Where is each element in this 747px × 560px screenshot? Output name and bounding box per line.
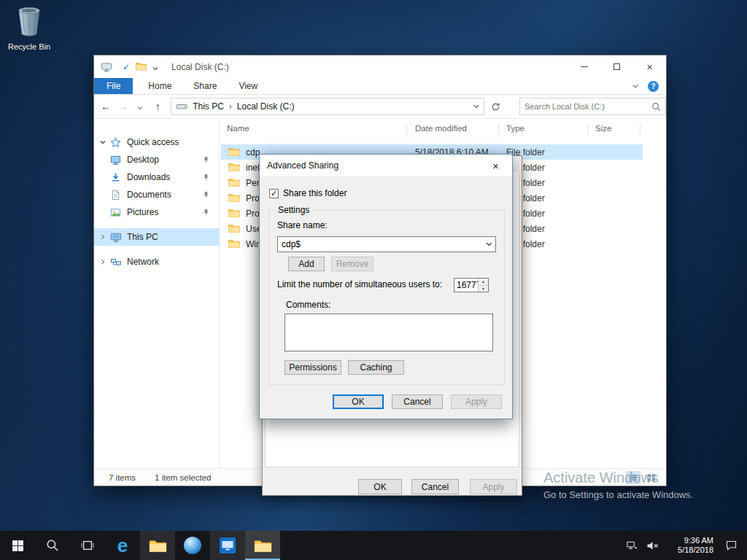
tab-home[interactable]: Home [137,78,182,94]
folder-icon [228,209,240,218]
taskbar-clock[interactable]: 9:36 AM 5/18/2018 [667,536,713,555]
breadcrumb-root[interactable]: This PC [187,101,229,112]
properties-cancel-button[interactable]: Cancel [411,479,459,494]
qat-properties-icon[interactable]: ✓ [123,62,130,72]
remove-button: Remove [331,257,374,271]
folder-icon [228,193,240,203]
dialog-titlebar[interactable]: Advanced Sharing × [260,155,512,176]
combo-dropdown-chevron-icon[interactable] [482,242,495,246]
ribbon-tab-strip: File Home Share View ? [94,78,666,95]
sidebar-item-network[interactable]: Network [94,253,220,271]
column-header-name[interactable]: Name [227,124,249,133]
breadcrumb-current[interactable]: Local Disk (C:) [232,101,300,112]
share-this-folder-checkbox-row[interactable]: ✓ Share this folder [269,188,347,198]
tab-share[interactable]: Share [182,78,228,94]
share-name-value: cdp$ [282,239,301,249]
folder-icon [228,224,240,233]
sharing-ok-button[interactable]: OK [333,394,384,409]
sidebar-item-desktop[interactable]: Desktop [94,151,220,168]
browser-app-icon[interactable] [175,531,210,560]
sidebar-item-downloads[interactable]: Downloads [94,168,220,186]
sidebar-item-pictures[interactable]: Pictures [94,203,220,221]
sidebar-item-this-pc[interactable]: This PC [94,228,220,246]
selection-count: 1 item selected [155,473,211,482]
properties-ok-button[interactable]: OK [358,479,402,494]
comments-label: Comments: [286,300,330,310]
dialog-close-icon[interactable]: × [479,155,512,176]
ribbon-collapse-chevron-icon[interactable] [632,81,639,91]
tab-file[interactable]: File [94,78,133,94]
quick-access-star-icon [110,137,123,148]
file-explorer-taskbar-icon[interactable] [140,531,175,560]
spinner-down-icon[interactable]: ▼ [479,285,488,292]
this-pc-icon [110,232,123,243]
up-button[interactable]: ↑ [149,101,166,112]
minimize-button[interactable] [568,55,600,78]
checkbox-checked[interactable]: ✓ [269,189,279,198]
network-tray-icon[interactable] [622,540,642,551]
recycle-bin[interactable]: Recycle Bin [6,4,53,51]
history-chevron-icon[interactable] [132,101,150,112]
comments-textarea[interactable] [285,314,493,351]
explorer-titlebar[interactable]: ✓ Local Disk (C:) × [94,55,666,78]
close-button[interactable]: × [633,55,666,78]
expander-closed-icon[interactable] [100,259,107,265]
permissions-button[interactable]: Permissions [285,360,341,375]
settings-groupbox: Settings Share name: cdp$ Add Remove Lim… [268,210,505,385]
search-box [519,98,666,115]
refresh-button[interactable] [486,98,505,115]
address-breadcrumb-box[interactable]: This PC › Local Disk (C:) [171,98,484,115]
column-header-date-modified[interactable]: Date modified [415,124,467,133]
qat-new-folder-icon[interactable] [136,61,147,74]
limit-users-value[interactable]: 16777 [454,279,478,292]
folder-icon [228,239,240,249]
taskbar-search-button[interactable] [35,531,70,560]
tab-view[interactable]: View [228,78,268,94]
limit-users-spinner[interactable]: 16777 ▲ ▼ [454,278,489,292]
qat-customize-chevron-icon[interactable] [152,61,158,74]
column-header-type[interactable]: Type [506,124,525,133]
address-dropdown-chevron-icon[interactable] [469,104,484,109]
clock-date: 5/18/2018 [667,545,713,555]
add-button[interactable]: Add [288,257,325,271]
volume-muted-tray-icon[interactable] [642,540,662,551]
sidebar-item-documents[interactable]: Documents [94,186,220,203]
network-icon [110,257,123,268]
column-header-size[interactable]: Size [595,124,611,133]
pin-icon [203,191,209,198]
taskbar: e 9:36 AM 5/18/2018 [0,531,747,560]
action-center-icon[interactable] [721,540,741,551]
file-explorer-window-taskbar-icon[interactable] [245,531,280,560]
sidebar-label-quick-access: Quick access [127,137,179,147]
back-button[interactable]: ← [97,101,115,112]
maximize-button[interactable] [600,55,633,78]
downloads-icon [110,172,123,183]
blue-app-icon[interactable] [210,531,245,560]
system-menu-icon[interactable] [101,61,112,73]
pictures-icon [110,207,123,218]
details-view-button[interactable] [626,471,640,484]
expander-closed-icon[interactable] [100,234,107,240]
limit-users-label: Limit the number of simultaneous users t… [277,279,442,289]
expander-open-icon[interactable] [100,139,107,145]
caching-button[interactable]: Caching [348,360,404,375]
window-title: Local Disk (C:) [171,62,229,72]
folder-icon [228,178,240,187]
dialog-title: Advanced Sharing [267,160,338,171]
help-icon[interactable]: ? [648,81,659,92]
recycle-bin-icon[interactable] [14,28,44,40]
sidebar-item-quick-access[interactable]: Quick access [94,133,220,151]
clock-time: 9:36 AM [667,536,713,545]
sharing-cancel-button[interactable]: Cancel [392,394,443,409]
forward-button[interactable]: → [115,101,132,112]
items-count: 7 items [109,473,136,482]
large-icons-view-button[interactable] [644,471,659,484]
edge-icon[interactable]: e [105,531,140,560]
start-button[interactable] [0,531,35,560]
spinner-up-icon[interactable]: ▲ [479,279,488,285]
search-input[interactable] [520,102,651,111]
folder-icon [228,147,240,157]
search-icon[interactable] [651,102,665,112]
share-name-combobox[interactable]: cdp$ [277,236,496,252]
task-view-button[interactable] [70,531,105,560]
